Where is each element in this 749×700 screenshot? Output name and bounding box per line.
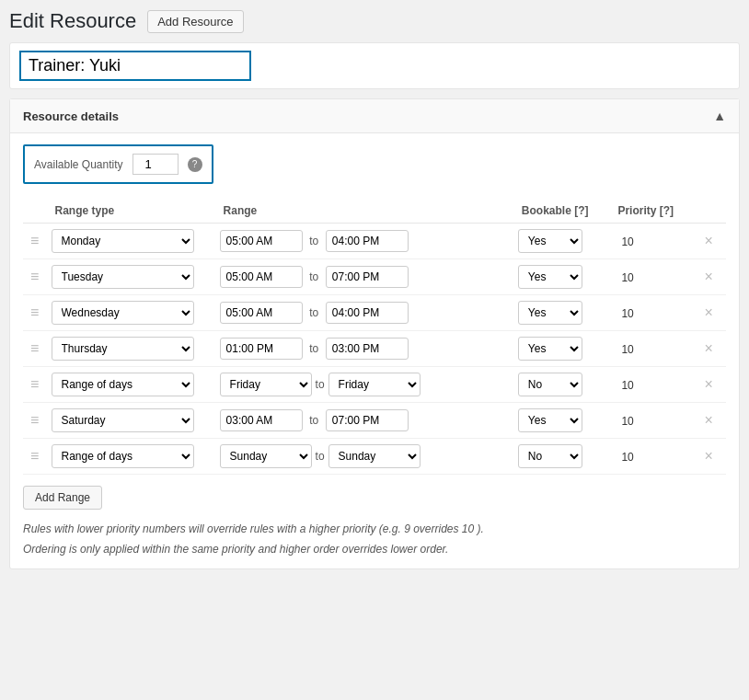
range-type-select[interactable]: MondayTuesdayWednesdayThursdayFridaySatu…	[52, 408, 194, 432]
table-row: ≡MondayTuesdayWednesdayThursdayFridaySat…	[23, 224, 726, 259]
rules-note-1: Rules with lower priority numbers will o…	[23, 521, 726, 537]
remove-row-button[interactable]: ×	[701, 304, 717, 321]
to-label: to	[305, 235, 322, 247]
range-to-input[interactable]	[326, 230, 409, 252]
resource-name-input[interactable]	[19, 51, 251, 81]
range-from-input[interactable]	[220, 302, 303, 324]
priority-value: 10	[614, 415, 640, 428]
range-type-select[interactable]: MondayTuesdayWednesdayThursdayFridaySatu…	[52, 301, 194, 325]
priority-value: 10	[614, 451, 640, 464]
table-row: ≡MondayTuesdayWednesdayThursdayFridaySat…	[23, 439, 726, 475]
drag-handle-icon[interactable]: ≡	[27, 340, 42, 356]
range-type-select[interactable]: MondayTuesdayWednesdayThursdayFridaySatu…	[52, 337, 194, 361]
resource-name-section	[9, 42, 740, 89]
available-quantity-input[interactable]	[133, 154, 179, 175]
remove-row-button[interactable]: ×	[701, 340, 717, 357]
col-range-header: Range	[216, 199, 514, 224]
bookable-select[interactable]: YesNo	[518, 373, 582, 396]
bookable-select[interactable]: YesNo	[518, 337, 582, 361]
ranges-table-body: ≡MondayTuesdayWednesdayThursdayFridaySat…	[23, 224, 726, 475]
range-from-input[interactable]	[220, 230, 303, 252]
add-range-button[interactable]: Add Range	[23, 486, 102, 510]
priority-value: 10	[614, 307, 640, 320]
ranges-table: Range type Range Bookable [?] Priority […	[23, 199, 726, 475]
bookable-select[interactable]: YesNo	[518, 229, 582, 253]
range-to-input[interactable]	[326, 338, 409, 360]
table-row: ≡MondayTuesdayWednesdayThursdayFridaySat…	[23, 295, 726, 331]
drag-handle-icon[interactable]: ≡	[27, 412, 42, 428]
col-priority-header: Priority [?]	[610, 199, 697, 224]
range-from-input[interactable]	[220, 409, 303, 431]
priority-value: 10	[614, 343, 640, 356]
table-header: Range type Range Bookable [?] Priority […	[23, 199, 726, 224]
bookable-select[interactable]: YesNo	[518, 301, 582, 325]
to-label: to	[305, 270, 322, 283]
col-bookable-header: Bookable [?]	[514, 199, 611, 224]
bookable-select[interactable]: YesNo	[518, 408, 582, 432]
to-label: to	[312, 378, 328, 391]
to-label: to	[305, 342, 322, 355]
page-header: Edit Resource Add Resource	[9, 9, 740, 33]
remove-row-button[interactable]: ×	[701, 376, 717, 393]
range-from-input[interactable]	[220, 338, 303, 360]
priority-value: 10	[614, 235, 640, 248]
resource-details-body: Available Quantity ? Range type Range	[10, 133, 739, 568]
range-to-select[interactable]: MondayTuesdayWednesdayThursdayFridaySatu…	[328, 373, 421, 396]
remove-row-button[interactable]: ×	[701, 412, 717, 429]
main-card: Resource details ▲ Available Quantity ? …	[9, 98, 740, 569]
drag-handle-icon[interactable]: ≡	[27, 376, 42, 392]
range-type-select[interactable]: MondayTuesdayWednesdayThursdayFridaySatu…	[52, 444, 194, 468]
remove-row-button[interactable]: ×	[701, 269, 717, 285]
remove-row-button[interactable]: ×	[701, 233, 717, 249]
range-from-select[interactable]: MondayTuesdayWednesdayThursdayFridaySatu…	[220, 444, 312, 468]
table-row: ≡MondayTuesdayWednesdayThursdayFridaySat…	[23, 403, 726, 439]
available-quantity-row: Available Quantity ?	[23, 144, 213, 184]
bookable-select[interactable]: YesNo	[518, 265, 582, 289]
section-header: Resource details ▲	[10, 99, 739, 133]
priority-value: 10	[614, 271, 640, 284]
to-label: to	[305, 414, 322, 427]
range-type-select[interactable]: MondayTuesdayWednesdayThursdayFridaySatu…	[52, 229, 194, 253]
table-row: ≡MondayTuesdayWednesdayThursdayFridaySat…	[23, 367, 726, 403]
table-row: ≡MondayTuesdayWednesdayThursdayFridaySat…	[23, 331, 726, 367]
range-from-input[interactable]	[220, 266, 303, 288]
drag-handle-icon[interactable]: ≡	[27, 304, 42, 320]
section-title: Resource details	[23, 109, 119, 123]
to-label: to	[305, 306, 322, 319]
page-title: Edit Resource	[9, 9, 136, 33]
available-quantity-help-icon[interactable]: ?	[188, 157, 202, 172]
range-to-select[interactable]: MondayTuesdayWednesdayThursdayFridaySatu…	[328, 444, 421, 468]
drag-handle-icon[interactable]: ≡	[27, 448, 42, 464]
rules-note-2: Ordering is only applied within the same…	[23, 541, 726, 557]
range-from-select[interactable]: MondayTuesdayWednesdayThursdayFridaySatu…	[220, 373, 312, 396]
drag-handle-icon[interactable]: ≡	[27, 233, 42, 248]
col-range-type-header: Range type	[48, 199, 216, 224]
table-row: ≡MondayTuesdayWednesdayThursdayFridaySat…	[23, 259, 726, 295]
priority-value: 10	[614, 379, 640, 392]
to-label: to	[312, 450, 328, 463]
page-wrapper: Edit Resource Add Resource Resource deta…	[0, 0, 749, 700]
range-to-input[interactable]	[326, 266, 409, 288]
range-type-select[interactable]: MondayTuesdayWednesdayThursdayFridaySatu…	[52, 373, 194, 396]
range-type-select[interactable]: MondayTuesdayWednesdayThursdayFridaySatu…	[52, 265, 194, 289]
bookable-select[interactable]: YesNo	[518, 444, 582, 468]
remove-row-button[interactable]: ×	[701, 448, 717, 465]
collapse-arrow-icon[interactable]: ▲	[713, 109, 726, 123]
range-to-input[interactable]	[326, 302, 409, 324]
drag-handle-icon[interactable]: ≡	[27, 269, 42, 284]
available-quantity-label: Available Quantity	[34, 158, 123, 171]
add-resource-button[interactable]: Add Resource	[147, 10, 243, 33]
range-to-input[interactable]	[326, 409, 409, 431]
